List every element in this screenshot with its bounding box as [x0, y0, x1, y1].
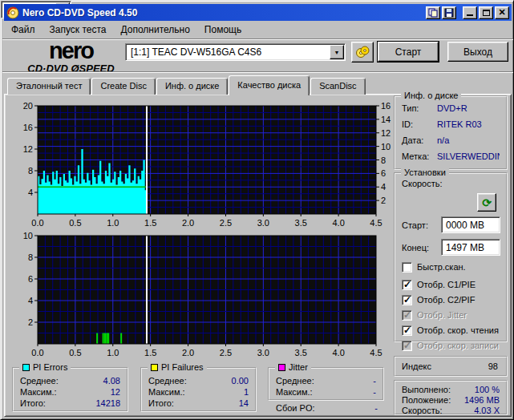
svg-text:4: 4: [381, 182, 386, 192]
svg-text:0.5: 0.5: [69, 348, 81, 357]
jitter-swatch: [278, 364, 285, 371]
svg-text:1.0: 1.0: [107, 218, 119, 228]
check-icon: ✓: [403, 279, 411, 290]
checkbox-show-c1-pie[interactable]: ✓ Отобр. C1/PIE: [402, 279, 476, 290]
disc-tools-icon: [355, 45, 370, 59]
svg-text:10: 10: [381, 142, 391, 151]
pi-failures-chart: 2468100.00.51.01.52.02.53.03.54.04.5: [17, 231, 394, 357]
po-failures-value: -: [315, 403, 378, 413]
chevron-down-icon: ▼: [334, 50, 340, 55]
menu-help[interactable]: Помощь: [197, 22, 249, 37]
minimize-button[interactable]: [463, 6, 477, 19]
svg-text:2: 2: [28, 317, 33, 327]
svg-text:6: 6: [28, 274, 33, 284]
scan-start-label: Старт:: [402, 220, 428, 230]
svg-text:3.5: 3.5: [295, 348, 307, 357]
drive-select[interactable]: [1:1] TEAC DV-W516GA C4S6 ▼: [125, 43, 346, 61]
checkbox-show-read-speed[interactable]: ✓ Отобр. скор. чтения: [402, 325, 499, 336]
minimize-icon: [467, 14, 473, 16]
check-icon: ✓: [403, 340, 411, 351]
start-button[interactable]: Старт: [378, 42, 439, 62]
svg-text:3.5: 3.5: [295, 218, 307, 228]
close-button[interactable]: ✕: [495, 6, 509, 19]
drive-select-arrow-button[interactable]: ▼: [330, 45, 344, 59]
disc-id-label: ID:: [402, 119, 437, 129]
svg-text:2: 2: [381, 196, 386, 205]
tab-create-disc[interactable]: Create Disc: [91, 78, 155, 95]
save-icon: [444, 8, 454, 18]
checkbox-show-write-speed: ✓ Отобр. скор. записи: [402, 340, 499, 351]
svg-text:0.0: 0.0: [31, 348, 43, 357]
settings-title: Установки: [401, 168, 449, 177]
svg-text:4.5: 4.5: [370, 218, 382, 228]
tab-benchmark[interactable]: Эталонный тест: [7, 78, 91, 95]
svg-text:4.0: 4.0: [332, 348, 344, 357]
done-value: 100 %: [451, 385, 500, 394]
speed-status-value: 4.03 X: [443, 406, 500, 415]
tab-disc-quality[interactable]: Качество диска: [229, 75, 310, 95]
pi-failures-max: 1: [185, 387, 249, 397]
app-window: Nero CD-DVD Speed 4.50 ✕ Файл Запуск тес…: [0, 0, 514, 420]
disc-id-value: RITEK R03: [437, 119, 500, 129]
svg-text:4: 4: [28, 188, 33, 197]
svg-text:2.0: 2.0: [182, 218, 194, 228]
svg-text:6: 6: [381, 168, 386, 178]
svg-text:14: 14: [381, 115, 391, 124]
po-failures-row: Сбои PO: -: [269, 402, 384, 413]
copy-icon: [428, 8, 438, 18]
tab-disc-info[interactable]: Инф. о диске: [156, 78, 228, 95]
drive-tools-button[interactable]: [351, 42, 374, 63]
svg-text:2.0: 2.0: [182, 348, 194, 357]
pi-failures-swatch: [151, 364, 158, 371]
menu-file[interactable]: Файл: [4, 22, 42, 37]
close-icon: ✕: [498, 9, 505, 16]
svg-text:8: 8: [381, 155, 386, 165]
pi-failures-stats-group: PI Failures Среднее:0.00 Максим.:1 Итого…: [140, 367, 257, 412]
svg-text:4.5: 4.5: [370, 348, 382, 357]
scan-end-label: Конец:: [402, 243, 429, 252]
jitter-avg: -: [314, 376, 376, 386]
scan-end-input[interactable]: 1497 MB: [441, 239, 500, 256]
save-button[interactable]: [442, 6, 456, 19]
scan-start-input[interactable]: 0000 MB: [441, 216, 500, 233]
menu-run-test[interactable]: Запуск теста: [42, 22, 114, 37]
nero-logo-text: nero: [13, 39, 129, 63]
copy-to-clipboard-button[interactable]: [426, 6, 440, 19]
maximize-button[interactable]: [479, 6, 493, 19]
menu-extra[interactable]: Дополнительно: [113, 22, 196, 37]
checkbox-show-c2-pif[interactable]: ✓ Отобр. C2/PIF: [402, 294, 475, 305]
disc-type-label: Тип:: [402, 103, 437, 113]
svg-text:16: 16: [23, 123, 33, 132]
checkbox-show-jitter: ✓ Отобр. Jitter: [402, 309, 467, 321]
checkbox-box: ✓: [402, 262, 412, 273]
tab-scandisc[interactable]: ScanDisc: [310, 78, 365, 95]
svg-text:2.5: 2.5: [220, 348, 232, 357]
refresh-button[interactable]: ⟳: [477, 193, 496, 212]
svg-text:12: 12: [23, 144, 33, 154]
done-label: Выполнено:: [402, 385, 451, 394]
disc-date-value: n/a: [437, 135, 500, 145]
index-value: 98: [431, 361, 506, 371]
progress-panel: Выполнено:100 % Положение:1496 MB Скорос…: [394, 380, 508, 415]
svg-text:8: 8: [28, 252, 33, 262]
checkbox-fast-scan[interactable]: ✓ Быстр.скан.: [402, 261, 466, 273]
check-icon: ✓: [403, 309, 411, 321]
check-icon: ✓: [403, 325, 411, 336]
disc-label-value: SILVERWEDDIN: [437, 151, 500, 161]
start-button-label: Старт: [395, 46, 422, 58]
disc-info-title: Инф. о диске: [401, 91, 461, 100]
svg-text:8: 8: [28, 166, 33, 176]
pi-errors-chart: 481216202468101214160.00.51.01.52.02.53.…: [17, 97, 394, 230]
pi-errors-total: 14218: [46, 398, 120, 408]
pi-errors-stats-group: PI Errors Среднее:4.08 Максим.:12 Итого:…: [12, 367, 128, 412]
svg-text:3.0: 3.0: [257, 348, 269, 357]
svg-text:16: 16: [381, 101, 391, 111]
exit-button[interactable]: Выход: [447, 42, 508, 62]
pi-errors-max: 12: [57, 387, 120, 397]
maximize-icon: [483, 10, 490, 16]
position-label: Положение:: [402, 395, 451, 405]
pi-failures-avg: 0.00: [187, 376, 249, 386]
check-icon: ✓: [403, 294, 411, 305]
checkbox-box: ✓: [402, 310, 412, 321]
exit-button-label: Выход: [463, 46, 492, 58]
